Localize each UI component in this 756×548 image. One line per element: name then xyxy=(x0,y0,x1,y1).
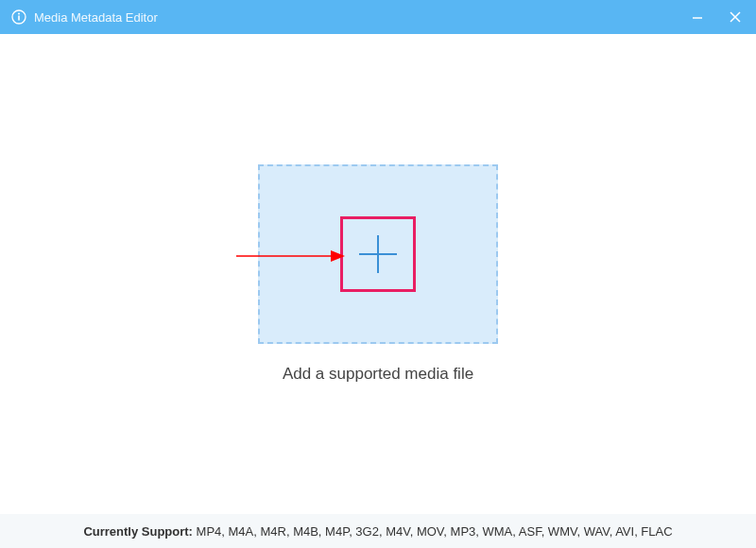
title-bar-left: Media Metadata Editor xyxy=(11,9,158,25)
svg-rect-2 xyxy=(18,16,20,21)
drop-zone[interactable] xyxy=(258,164,498,344)
instruction-text: Add a supported media file xyxy=(283,365,473,384)
main-content: Add a supported media file xyxy=(0,34,756,514)
title-bar: Media Metadata Editor xyxy=(0,0,756,34)
status-formats: MP4, M4A, M4R, M4B, M4P, 3G2, M4V, MOV, … xyxy=(197,524,673,539)
minimize-button[interactable] xyxy=(688,8,707,26)
status-label: Currently Support: xyxy=(83,524,196,539)
close-button[interactable] xyxy=(726,8,745,26)
info-icon xyxy=(11,9,26,25)
status-bar: Currently Support: MP4, M4A, M4R, M4B, M… xyxy=(0,514,756,548)
title-bar-controls xyxy=(688,8,745,26)
window-title: Media Metadata Editor xyxy=(34,10,158,25)
svg-point-1 xyxy=(18,13,20,15)
status-text: Currently Support: MP4, M4A, M4R, M4B, M… xyxy=(83,524,672,539)
add-button[interactable] xyxy=(346,222,410,286)
